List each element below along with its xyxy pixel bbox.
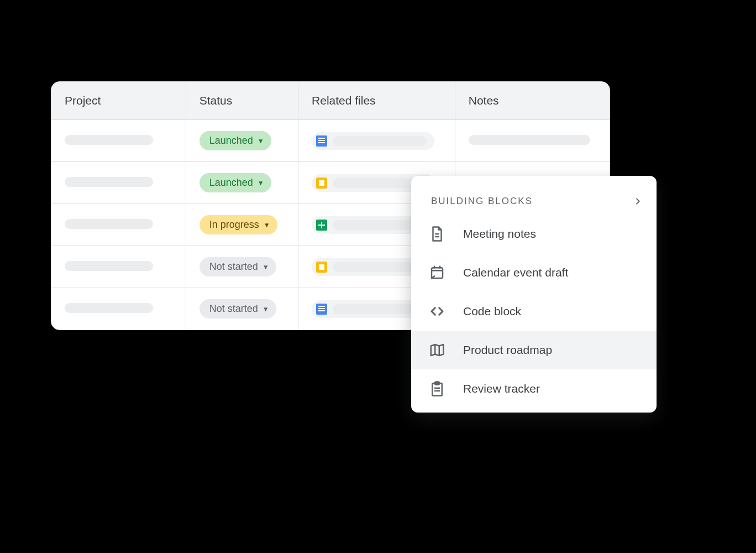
status-chip[interactable]: Launched▼	[200, 131, 271, 150]
menu-option-label: Code block	[463, 305, 521, 318]
placeholder	[65, 177, 153, 187]
placeholder	[65, 135, 153, 145]
placeholder	[469, 135, 590, 145]
code-icon	[429, 303, 445, 320]
calendar-icon	[429, 264, 445, 281]
cell-status: Launched▼	[186, 120, 298, 162]
cell-project[interactable]	[51, 162, 186, 204]
cell-status: Not started▼	[186, 288, 298, 330]
caret-down-icon: ▼	[258, 138, 264, 144]
placeholder	[65, 219, 153, 229]
header-status: Status	[186, 82, 298, 120]
menu-option-code-block[interactable]: Code block	[411, 292, 657, 331]
cell-related-files	[298, 120, 455, 162]
header-related-files: Related files	[298, 82, 455, 120]
caret-down-icon: ▼	[264, 222, 270, 228]
menu-option-meeting-notes[interactable]: Meeting notes	[411, 215, 657, 253]
map-icon	[429, 342, 445, 358]
header-project: Project	[51, 82, 186, 120]
cell-notes[interactable]	[455, 120, 610, 162]
menu-option-label: Review tracker	[463, 382, 540, 395]
table-row: Launched▼	[51, 120, 610, 162]
menu-option-review-tracker[interactable]: Review tracker	[411, 369, 657, 408]
cell-project[interactable]	[51, 288, 186, 330]
page-icon	[429, 226, 445, 242]
header-notes: Notes	[455, 82, 610, 120]
cell-status: Not started▼	[186, 246, 298, 288]
menu-title: BUILDING BLOCKS	[431, 196, 533, 207]
status-label: Not started	[209, 303, 258, 315]
docs-icon	[316, 304, 327, 315]
slides-icon	[316, 178, 327, 189]
caret-down-icon: ▼	[258, 180, 264, 186]
menu-option-product-roadmap[interactable]: Product roadmap	[411, 331, 657, 369]
clipboard-icon	[429, 380, 445, 397]
building-blocks-menu[interactable]: BUILDING BLOCKS Meeting notesCalendar ev…	[411, 176, 657, 413]
status-chip[interactable]: Not started▼	[200, 299, 276, 319]
table-header-row: Project Status Related files Notes	[51, 82, 610, 120]
menu-option-label: Meeting notes	[463, 227, 536, 241]
svg-rect-9	[435, 382, 439, 385]
placeholder	[65, 303, 153, 313]
cell-project[interactable]	[51, 204, 186, 246]
status-label: In progress	[209, 219, 259, 231]
placeholder	[65, 261, 153, 271]
status-chip[interactable]: Not started▼	[200, 257, 276, 276]
cell-project[interactable]	[51, 120, 186, 162]
menu-option-calendar-event-draft[interactable]: Calendar event draft	[411, 253, 657, 292]
status-label: Launched	[209, 177, 253, 189]
slides-icon	[316, 262, 327, 273]
menu-option-label: Calendar event draft	[463, 266, 568, 279]
file-chip[interactable]	[312, 132, 434, 150]
docs-icon	[316, 135, 327, 147]
caret-down-icon: ▼	[262, 264, 269, 270]
caret-down-icon: ▼	[262, 306, 269, 312]
status-chip[interactable]: Launched▼	[200, 173, 271, 192]
menu-option-label: Product roadmap	[463, 343, 552, 357]
chevron-right-icon	[633, 197, 642, 206]
cell-status: Launched▼	[186, 162, 298, 204]
cell-project[interactable]	[51, 246, 186, 288]
menu-header[interactable]: BUILDING BLOCKS	[411, 180, 657, 215]
status-chip[interactable]: In progress▼	[200, 215, 277, 234]
cell-status: In progress▼	[186, 204, 298, 246]
sheets-icon	[316, 220, 327, 231]
placeholder	[333, 136, 427, 146]
status-label: Launched	[209, 135, 253, 147]
status-label: Not started	[209, 261, 258, 273]
